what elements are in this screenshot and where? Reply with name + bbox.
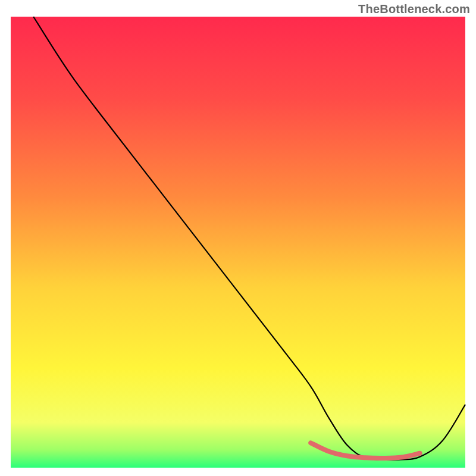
watermark-text: TheBottleneck.com [358,2,470,16]
bottleneck-chart [0,0,476,476]
chart-container: TheBottleneck.com [0,0,476,476]
plot-area [11,17,465,468]
